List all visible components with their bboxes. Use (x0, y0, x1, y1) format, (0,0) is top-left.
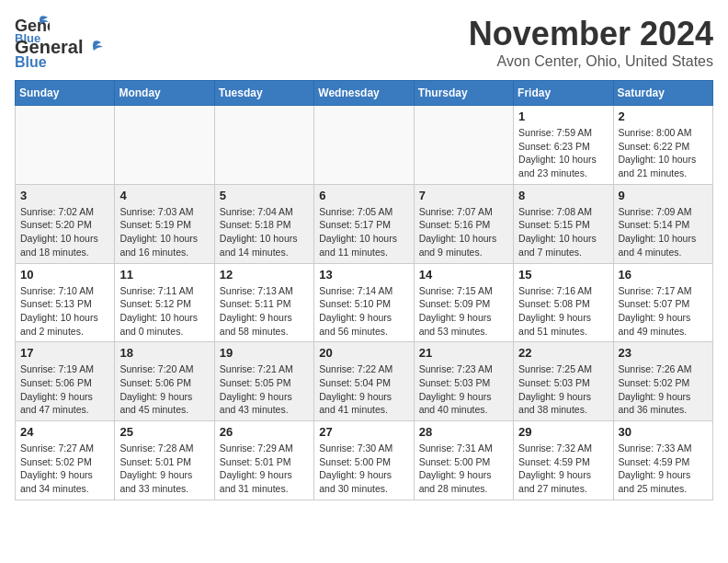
empty-cell (16, 106, 115, 185)
day-info: Sunrise: 7:30 AM Sunset: 5:00 PM Dayligh… (319, 442, 408, 496)
day-info: Sunrise: 7:13 AM Sunset: 5:11 PM Dayligh… (220, 284, 309, 339)
day-info: Sunrise: 7:27 AM Sunset: 5:02 PM Dayligh… (20, 442, 109, 496)
day-info: Sunrise: 7:20 AM Sunset: 5:06 PM Dayligh… (119, 362, 209, 417)
day-info: Sunrise: 7:04 AM Sunset: 5:18 PM Dayligh… (220, 205, 309, 259)
day-number: 17 (20, 346, 109, 360)
weekday-header-monday: Monday (115, 81, 214, 106)
calendar-day-cell: 1Sunrise: 7:59 AM Sunset: 6:23 PM Daylig… (514, 106, 613, 185)
day-number: 3 (20, 189, 109, 202)
day-number: 9 (619, 189, 708, 202)
day-info: Sunrise: 7:26 AM Sunset: 5:02 PM Dayligh… (619, 362, 708, 417)
calendar-day-cell: 22Sunrise: 7:25 AM Sunset: 5:03 PM Dayli… (514, 342, 613, 421)
weekday-header-tuesday: Tuesday (214, 81, 313, 106)
calendar-day-cell: 15Sunrise: 7:16 AM Sunset: 5:08 PM Dayli… (514, 263, 613, 342)
day-info: Sunrise: 7:28 AM Sunset: 5:01 PM Dayligh… (119, 442, 209, 496)
logo: General Blue General Blue (15, 15, 105, 71)
calendar-day-cell: 4Sunrise: 7:03 AM Sunset: 5:19 PM Daylig… (115, 184, 214, 263)
day-info: Sunrise: 7:08 AM Sunset: 5:15 PM Dayligh… (518, 205, 608, 259)
calendar-day-cell: 28Sunrise: 7:31 AM Sunset: 5:00 PM Dayli… (414, 421, 513, 500)
day-info: Sunrise: 7:15 AM Sunset: 5:09 PM Dayligh… (419, 284, 508, 339)
calendar-day-cell: 29Sunrise: 7:32 AM Sunset: 4:59 PM Dayli… (514, 421, 613, 500)
page-header: General Blue General Blue November 2024 … (15, 15, 713, 71)
calendar-day-cell: 3Sunrise: 7:02 AM Sunset: 5:20 PM Daylig… (16, 184, 115, 263)
day-info: Sunrise: 7:32 AM Sunset: 4:59 PM Dayligh… (518, 442, 608, 496)
day-info: Sunrise: 7:22 AM Sunset: 5:04 PM Dayligh… (319, 362, 408, 417)
day-info: Sunrise: 7:03 AM Sunset: 5:19 PM Dayligh… (119, 205, 209, 259)
day-info: Sunrise: 7:14 AM Sunset: 5:10 PM Dayligh… (319, 284, 408, 339)
title-block: November 2024 Avon Center, Ohio, United … (469, 15, 713, 70)
day-info: Sunrise: 7:23 AM Sunset: 5:03 PM Dayligh… (419, 362, 508, 417)
day-info: Sunrise: 7:21 AM Sunset: 5:05 PM Dayligh… (220, 362, 309, 417)
calendar-day-cell: 12Sunrise: 7:13 AM Sunset: 5:11 PM Dayli… (214, 263, 313, 342)
calendar-day-cell: 13Sunrise: 7:14 AM Sunset: 5:10 PM Dayli… (314, 263, 414, 342)
month-title: November 2024 (469, 15, 713, 53)
day-number: 24 (20, 425, 109, 439)
weekday-header-thursday: Thursday (414, 81, 513, 106)
weekday-header-row: SundayMondayTuesdayWednesdayThursdayFrid… (16, 81, 713, 106)
calendar-day-cell: 9Sunrise: 7:09 AM Sunset: 5:14 PM Daylig… (613, 184, 712, 263)
calendar-day-cell: 23Sunrise: 7:26 AM Sunset: 5:02 PM Dayli… (613, 342, 712, 421)
calendar-day-cell: 20Sunrise: 7:22 AM Sunset: 5:04 PM Dayli… (314, 342, 414, 421)
day-number: 28 (419, 425, 508, 439)
day-info: Sunrise: 7:11 AM Sunset: 5:12 PM Dayligh… (119, 284, 209, 339)
day-number: 2 (619, 109, 708, 123)
day-number: 19 (220, 346, 309, 360)
day-number: 26 (220, 425, 309, 439)
logo-bird-icon (85, 40, 105, 56)
calendar-day-cell: 30Sunrise: 7:33 AM Sunset: 4:59 PM Dayli… (613, 421, 712, 500)
day-number: 23 (619, 346, 708, 360)
day-number: 10 (20, 268, 109, 282)
calendar-day-cell: 5Sunrise: 7:04 AM Sunset: 5:18 PM Daylig… (214, 184, 313, 263)
calendar-week-row: 24Sunrise: 7:27 AM Sunset: 5:02 PM Dayli… (16, 421, 713, 500)
day-number: 6 (319, 189, 408, 202)
calendar-week-row: 1Sunrise: 7:59 AM Sunset: 6:23 PM Daylig… (16, 106, 713, 185)
day-number: 12 (220, 268, 309, 282)
calendar-day-cell: 18Sunrise: 7:20 AM Sunset: 5:06 PM Dayli… (115, 342, 214, 421)
location: Avon Center, Ohio, United States (469, 53, 713, 70)
calendar-day-cell: 8Sunrise: 7:08 AM Sunset: 5:15 PM Daylig… (514, 184, 613, 263)
day-number: 8 (518, 189, 608, 202)
calendar-day-cell: 17Sunrise: 7:19 AM Sunset: 5:06 PM Dayli… (16, 342, 115, 421)
empty-cell (414, 106, 513, 185)
day-number: 16 (619, 268, 708, 282)
weekday-header-sunday: Sunday (16, 81, 115, 106)
day-number: 18 (119, 346, 209, 360)
calendar-day-cell: 11Sunrise: 7:11 AM Sunset: 5:12 PM Dayli… (115, 263, 214, 342)
calendar-day-cell: 25Sunrise: 7:28 AM Sunset: 5:01 PM Dayli… (115, 421, 214, 500)
day-number: 7 (419, 189, 508, 202)
day-info: Sunrise: 7:09 AM Sunset: 5:14 PM Dayligh… (619, 205, 708, 259)
logo-blue: Blue (15, 54, 47, 70)
calendar-table: SundayMondayTuesdayWednesdayThursdayFrid… (15, 80, 713, 500)
day-info: Sunrise: 7:59 AM Sunset: 6:23 PM Dayligh… (518, 126, 608, 180)
calendar-day-cell: 14Sunrise: 7:15 AM Sunset: 5:09 PM Dayli… (414, 263, 513, 342)
day-info: Sunrise: 7:25 AM Sunset: 5:03 PM Dayligh… (518, 362, 608, 417)
day-number: 27 (319, 425, 408, 439)
calendar-week-row: 10Sunrise: 7:10 AM Sunset: 5:13 PM Dayli… (16, 263, 713, 342)
day-number: 21 (419, 346, 508, 360)
weekday-header-wednesday: Wednesday (314, 81, 414, 106)
day-number: 13 (319, 268, 408, 282)
day-info: Sunrise: 7:33 AM Sunset: 4:59 PM Dayligh… (619, 442, 708, 496)
day-info: Sunrise: 7:29 AM Sunset: 5:01 PM Dayligh… (220, 442, 309, 496)
day-number: 22 (518, 346, 608, 360)
day-info: Sunrise: 7:07 AM Sunset: 5:16 PM Dayligh… (419, 205, 508, 259)
day-number: 4 (119, 189, 209, 202)
calendar-day-cell: 19Sunrise: 7:21 AM Sunset: 5:05 PM Dayli… (214, 342, 313, 421)
calendar-day-cell: 7Sunrise: 7:07 AM Sunset: 5:16 PM Daylig… (414, 184, 513, 263)
day-info: Sunrise: 7:16 AM Sunset: 5:08 PM Dayligh… (518, 284, 608, 339)
day-number: 14 (419, 268, 508, 282)
calendar-week-row: 17Sunrise: 7:19 AM Sunset: 5:06 PM Dayli… (16, 342, 713, 421)
day-info: Sunrise: 7:10 AM Sunset: 5:13 PM Dayligh… (20, 284, 109, 339)
day-info: Sunrise: 7:05 AM Sunset: 5:17 PM Dayligh… (319, 205, 408, 259)
weekday-header-friday: Friday (514, 81, 613, 106)
calendar-week-row: 3Sunrise: 7:02 AM Sunset: 5:20 PM Daylig… (16, 184, 713, 263)
empty-cell (115, 106, 214, 185)
calendar-day-cell: 16Sunrise: 7:17 AM Sunset: 5:07 PM Dayli… (613, 263, 712, 342)
day-info: Sunrise: 7:17 AM Sunset: 5:07 PM Dayligh… (619, 284, 708, 339)
day-number: 11 (119, 268, 209, 282)
day-number: 20 (319, 346, 408, 360)
day-info: Sunrise: 7:02 AM Sunset: 5:20 PM Dayligh… (20, 205, 109, 259)
calendar-day-cell: 27Sunrise: 7:30 AM Sunset: 5:00 PM Dayli… (314, 421, 414, 500)
weekday-header-saturday: Saturday (613, 81, 712, 106)
day-number: 5 (220, 189, 309, 202)
